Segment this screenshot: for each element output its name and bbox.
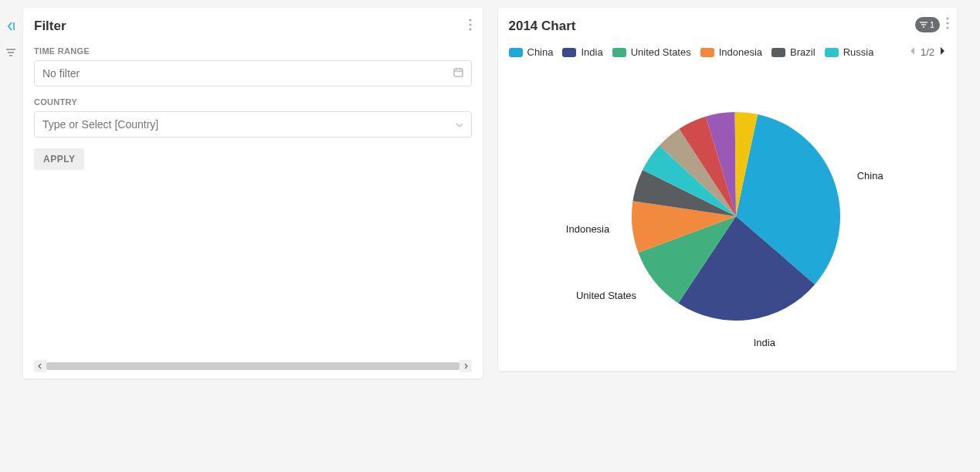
legend-item[interactable]: China bbox=[509, 46, 554, 58]
country-select-row[interactable] bbox=[34, 111, 472, 138]
legend-swatch bbox=[700, 48, 714, 57]
chart-filter-badge-count: 1 bbox=[930, 20, 934, 29]
legend-item[interactable]: United States bbox=[612, 46, 691, 58]
pie-slice-label: India bbox=[754, 337, 775, 348]
pie-slice-label: Indonesia bbox=[566, 223, 609, 235]
time-range-input[interactable] bbox=[42, 67, 453, 80]
time-range-input-row[interactable] bbox=[34, 60, 472, 87]
svg-point-15 bbox=[946, 22, 948, 24]
legend-prev-icon[interactable] bbox=[909, 46, 916, 58]
country-label: COUNTRY bbox=[34, 97, 472, 107]
legend-item[interactable]: India bbox=[562, 46, 602, 58]
legend-swatch bbox=[771, 48, 785, 57]
time-range-label: TIME RANGE bbox=[34, 46, 472, 56]
collapse-sidebar-icon[interactable] bbox=[5, 20, 17, 32]
legend-item[interactable]: Russia bbox=[825, 46, 874, 58]
legend-next-icon[interactable] bbox=[939, 46, 946, 58]
filter-more-icon[interactable] bbox=[469, 19, 472, 34]
apply-button[interactable]: APPLY bbox=[34, 148, 84, 170]
legend-label: Brazil bbox=[790, 46, 816, 58]
legend-item[interactable]: Indonesia bbox=[700, 46, 762, 58]
chart-more-icon[interactable] bbox=[946, 17, 949, 32]
svg-point-4 bbox=[469, 19, 471, 21]
legend-pager: 1/2 bbox=[909, 46, 946, 58]
chart-legend: ChinaIndiaUnited StatesIndonesiaBrazilRu… bbox=[509, 46, 947, 58]
filter-card: Filter TIME RANGE COUNTRY APPLY bbox=[23, 8, 483, 379]
calendar-icon[interactable] bbox=[453, 67, 463, 80]
legend-swatch bbox=[612, 48, 626, 57]
chart-title: 2014 Chart bbox=[509, 19, 947, 34]
legend-swatch bbox=[825, 48, 839, 57]
scroll-left-arrow[interactable] bbox=[34, 360, 46, 372]
legend-label: United States bbox=[631, 46, 691, 58]
horizontal-scrollbar[interactable] bbox=[34, 360, 472, 372]
legend-label: Indonesia bbox=[719, 46, 762, 58]
pie-chart: ChinaIndiaUnited StatesIndonesia bbox=[509, 58, 947, 351]
pie-slice-label: China bbox=[857, 170, 883, 182]
pie-slice-label: United States bbox=[576, 290, 636, 301]
filter-title: Filter bbox=[34, 19, 472, 34]
svg-point-14 bbox=[946, 17, 948, 19]
scroll-right-arrow[interactable] bbox=[459, 360, 472, 372]
legend-label: Russia bbox=[843, 46, 874, 58]
chart-card: 2014 Chart 1 ChinaIndiaUnited StatesIndo… bbox=[498, 8, 958, 371]
svg-point-6 bbox=[469, 28, 471, 30]
country-select-input[interactable] bbox=[42, 118, 456, 131]
legend-page-indicator: 1/2 bbox=[921, 46, 934, 58]
legend-label: India bbox=[581, 46, 602, 58]
filter-lines-icon[interactable] bbox=[5, 46, 17, 59]
legend-swatch bbox=[509, 48, 523, 57]
legend-swatch bbox=[562, 48, 576, 57]
legend-item[interactable]: Brazil bbox=[771, 46, 816, 58]
scroll-track[interactable] bbox=[46, 362, 459, 370]
chart-filter-badge[interactable]: 1 bbox=[915, 17, 940, 32]
svg-point-5 bbox=[469, 23, 471, 25]
svg-rect-7 bbox=[454, 69, 463, 76]
svg-point-16 bbox=[946, 26, 948, 29]
legend-label: China bbox=[527, 46, 554, 58]
pie-svg bbox=[628, 108, 844, 324]
chevron-down-icon[interactable] bbox=[456, 119, 463, 130]
